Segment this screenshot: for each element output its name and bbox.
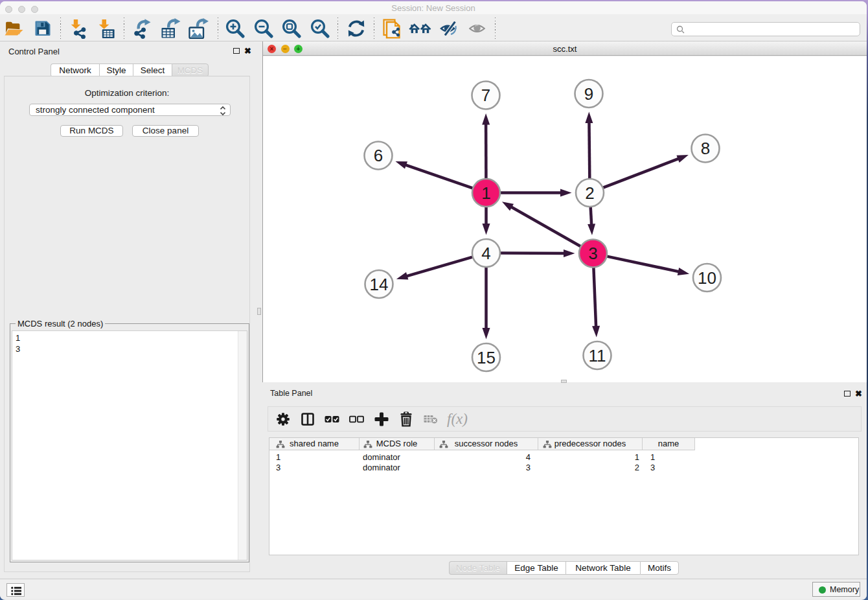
svg-text:4: 4 xyxy=(481,244,490,263)
svg-text:9: 9 xyxy=(584,84,593,104)
svg-text:6: 6 xyxy=(374,146,383,165)
svg-text:3: 3 xyxy=(588,244,597,263)
svg-text:1: 1 xyxy=(481,183,490,203)
svg-text:8: 8 xyxy=(701,139,710,158)
svg-text:15: 15 xyxy=(477,348,496,367)
svg-text:10: 10 xyxy=(698,268,716,288)
svg-text:14: 14 xyxy=(370,275,389,294)
svg-text:2: 2 xyxy=(585,183,594,203)
svg-text:7: 7 xyxy=(481,86,490,105)
svg-text:11: 11 xyxy=(589,346,606,365)
